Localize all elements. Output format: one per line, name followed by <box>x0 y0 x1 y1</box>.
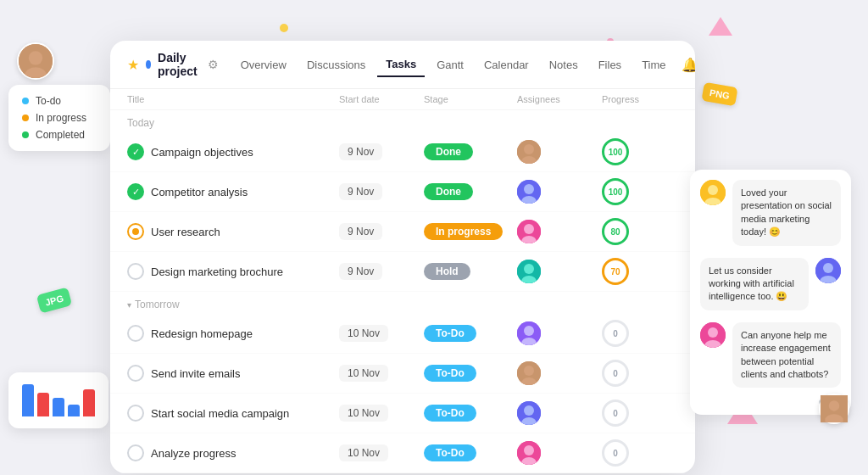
task-assignee <box>517 401 602 425</box>
tab-gantt[interactable]: Gantt <box>428 53 472 76</box>
png-sticker: PNG <box>702 82 738 107</box>
legend-label-inprogress: In progress <box>36 112 86 124</box>
section-today: Today <box>110 110 695 132</box>
task-stage: In progress <box>424 223 517 240</box>
svg-point-34 <box>823 263 833 273</box>
task-name: Design marketing brochure <box>151 265 283 278</box>
col-progress: Progress <box>602 94 678 104</box>
tab-overview[interactable]: Overview <box>232 53 295 76</box>
chart-card <box>8 372 108 428</box>
table-row[interactable]: ✓ Campaign objectives 9 Nov Done 100 <box>110 132 695 172</box>
status-empty-icon <box>127 325 144 342</box>
assignee-avatar <box>517 260 541 283</box>
task-progress: 100 <box>602 178 678 205</box>
chat-message-2: Let us consider working with artificial … <box>700 258 841 310</box>
assignee-avatar <box>517 441 541 465</box>
tab-calendar[interactable]: Calendar <box>476 53 537 76</box>
bar-5 <box>83 389 95 416</box>
bottom-user-avatar[interactable] <box>819 394 849 424</box>
task-assignee <box>517 361 602 385</box>
task-progress: 0 <box>602 320 678 347</box>
table-row[interactable]: Analyze progress 10 Nov To-Do 0 <box>110 433 695 473</box>
tab-discussions[interactable]: Discussions <box>298 53 374 76</box>
task-stage: To-Do <box>424 405 517 422</box>
svg-point-28 <box>524 445 534 455</box>
bar-3 <box>53 398 64 416</box>
progress-indicator: 100 <box>602 178 629 205</box>
status-done-icon: ✓ <box>127 143 144 160</box>
star-icon[interactable]: ★ <box>127 57 139 73</box>
table-row[interactable]: Redesign homepage 10 Nov To-Do 0 <box>110 314 695 354</box>
task-cell-name: Analyze progress <box>127 444 339 461</box>
header-right: 🔔 <box>682 53 695 76</box>
col-startdate: Start date <box>339 94 424 104</box>
col-assignees: Assignees <box>517 94 602 104</box>
task-assignee <box>517 260 602 283</box>
task-cell-name: ✓ Campaign objectives <box>127 143 339 160</box>
gear-icon[interactable]: ⚙ <box>208 58 219 71</box>
section-today-label: Today <box>127 117 154 129</box>
status-empty-icon <box>127 444 144 461</box>
bar-4 <box>68 405 80 416</box>
task-progress: 70 <box>602 258 678 285</box>
assignee-avatar <box>517 180 541 204</box>
user-avatar-topleft[interactable] <box>17 42 54 80</box>
project-name: Daily project <box>158 51 201 78</box>
task-date: 9 Nov <box>339 143 424 160</box>
progress-indicator: 100 <box>602 138 629 165</box>
task-name: Start social media campaign <box>151 407 289 420</box>
legend-dot-completed <box>22 131 29 138</box>
task-name: Redesign homepage <box>151 327 253 340</box>
task-stage: Done <box>424 143 517 160</box>
task-assignee <box>517 220 602 243</box>
table-row[interactable]: Design marketing brochure 9 Nov Hold 70 <box>110 252 695 292</box>
bell-icon[interactable]: 🔔 <box>682 57 695 73</box>
task-progress: 0 <box>602 360 678 387</box>
bar-1 <box>22 384 34 416</box>
task-assignee <box>517 321 602 345</box>
svg-point-1 <box>29 51 42 64</box>
assignee-avatar <box>517 220 541 243</box>
chat-avatar-2 <box>815 258 841 283</box>
tab-notes[interactable]: Notes <box>541 53 587 76</box>
tab-tasks[interactable]: Tasks <box>377 53 425 77</box>
progress-indicator: 70 <box>602 258 629 285</box>
legend-item-completed: Completed <box>22 129 97 141</box>
section-tomorrow[interactable]: ▾ Tomorrow <box>110 292 695 314</box>
tab-time[interactable]: Time <box>633 53 674 76</box>
deco-dot-yellow <box>280 24 288 32</box>
tab-files[interactable]: Files <box>590 53 630 76</box>
table-row[interactable]: ✓ Competitor analysis 9 Nov Done 100 <box>110 172 695 212</box>
svg-point-7 <box>524 144 534 154</box>
status-empty-icon <box>127 365 144 382</box>
task-cell-name: ✓ Competitor analysis <box>127 183 339 200</box>
status-done-icon: ✓ <box>127 183 144 200</box>
col-title: Title <box>127 94 339 104</box>
task-name: Campaign objectives <box>151 146 253 159</box>
task-assignee <box>517 180 602 204</box>
task-cell-name: Design marketing brochure <box>127 263 339 280</box>
task-name: Send invite emails <box>151 367 241 380</box>
assignee-avatar <box>517 361 541 385</box>
chat-bubble-1: Loved your presentation on social media … <box>732 180 841 246</box>
legend-label-completed: Completed <box>36 129 85 141</box>
legend-item-inprogress: In progress <box>22 112 97 124</box>
svg-point-19 <box>524 326 534 336</box>
task-name: User research <box>151 226 220 238</box>
legend-dot-todo <box>22 98 29 104</box>
chevron-down-icon: ▾ <box>127 300 131 310</box>
task-stage: To-Do <box>424 365 517 382</box>
project-dot <box>146 60 151 69</box>
task-date: 9 Nov <box>339 223 424 240</box>
app-header: ★ Daily project ⚙ Overview Discussions T… <box>110 41 695 89</box>
task-cell-name: Start social media campaign <box>127 405 339 422</box>
table-row[interactable]: User research 9 Nov In progress 80 <box>110 212 695 252</box>
status-empty-icon <box>127 405 144 422</box>
section-tomorrow-label: Tomorrow <box>135 299 180 310</box>
inprogress-dot <box>132 228 139 235</box>
table-row[interactable]: Send invite emails 10 Nov To-Do 0 <box>110 354 695 394</box>
progress-indicator: 0 <box>602 400 629 427</box>
task-progress: 80 <box>602 218 678 245</box>
legend-dot-inprogress <box>22 115 29 121</box>
table-row[interactable]: Start social media campaign 10 Nov To-Do… <box>110 394 695 433</box>
